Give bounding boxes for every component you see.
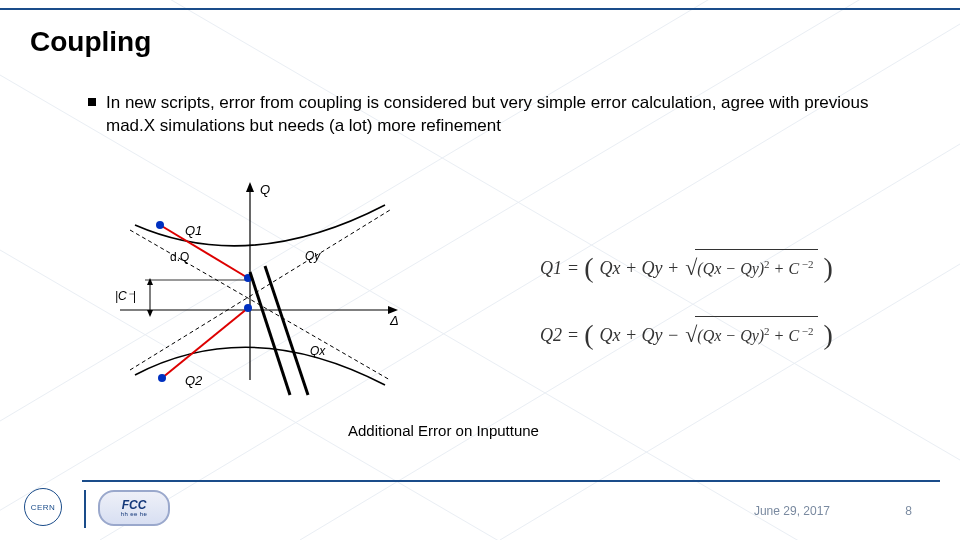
- diagram-caption: Additional Error on Inputtune: [348, 422, 539, 439]
- bullet-item: In new scripts, error from coupling is c…: [88, 92, 900, 138]
- equation-q1: Q1 = ( Qx + Qy + √ (Qx − Qy)2 + C −2 ): [540, 235, 900, 302]
- svg-line-25: [265, 266, 308, 395]
- svg-point-20: [156, 221, 164, 229]
- page-number: 8: [905, 504, 912, 518]
- svg-point-23: [158, 374, 166, 382]
- svg-line-24: [250, 272, 290, 395]
- q2-label: Q2: [185, 373, 203, 388]
- coupling-diagram: Q Δ Qy Qx Q1 Q2 |C⁻|: [90, 180, 410, 400]
- bullet-marker-icon: [88, 98, 96, 106]
- x-axis-label: Δ: [389, 313, 399, 328]
- dashed-upper-label: Qy: [305, 249, 321, 263]
- svg-line-12: [130, 210, 390, 370]
- slide-title: Coupling: [30, 26, 151, 58]
- gap-label: |C⁻|: [115, 289, 136, 303]
- svg-marker-16: [147, 310, 153, 317]
- cern-logo-icon: CERN: [24, 488, 62, 526]
- dq-annotation: d.Q: [170, 250, 189, 264]
- q1-label: Q1: [185, 223, 202, 238]
- equations-block: Q1 = ( Qx + Qy + √ (Qx − Qy)2 + C −2 ) Q…: [540, 235, 900, 369]
- y-axis-label: Q: [260, 182, 270, 197]
- svg-point-22: [244, 304, 252, 312]
- footer-divider: [84, 490, 86, 528]
- footer: CERN FCC hh ee he June 29, 2017 8: [20, 490, 940, 532]
- equation-q2: Q2 = ( Qx + Qy − √ (Qx − Qy)2 + C −2 ): [540, 302, 900, 369]
- bullet-text: In new scripts, error from coupling is c…: [106, 92, 900, 138]
- top-rule: [0, 8, 960, 10]
- svg-marker-9: [246, 182, 254, 192]
- svg-line-19: [162, 308, 248, 378]
- svg-marker-15: [147, 278, 153, 285]
- footer-date: June 29, 2017: [754, 504, 830, 518]
- fcc-logo-icon: FCC hh ee he: [98, 490, 170, 526]
- footer-rule: [82, 480, 940, 482]
